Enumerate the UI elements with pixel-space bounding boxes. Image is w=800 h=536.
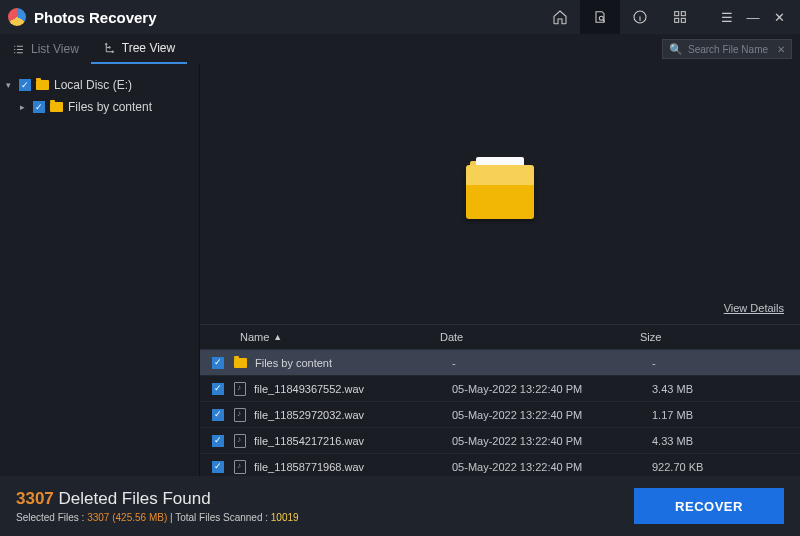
audio-file-icon	[234, 460, 246, 474]
clear-search-icon[interactable]: ✕	[777, 44, 785, 55]
cell-date: 05-May-2022 13:22:40 PM	[452, 461, 652, 473]
cell-name: file_11852972032.wav	[254, 409, 364, 421]
hamburger-menu-icon[interactable]: ☰	[714, 0, 740, 34]
view-tabs: List View Tree View 🔍 Search File Name ✕	[0, 34, 800, 64]
collapse-icon[interactable]: ▾	[6, 80, 14, 90]
info-icon[interactable]	[620, 0, 660, 34]
table-row[interactable]: ✓ file_11852972032.wav 05-May-2022 13:22…	[200, 402, 800, 428]
search-placeholder: Search File Name	[688, 44, 768, 55]
audio-file-icon	[234, 408, 246, 422]
tree-label: Files by content	[68, 100, 152, 114]
cell-date: -	[452, 357, 652, 369]
column-date[interactable]: Date	[440, 331, 640, 343]
cell-size: -	[652, 357, 788, 369]
preview-area: View Details	[200, 64, 800, 324]
cell-size: 4.33 MB	[652, 435, 788, 447]
sort-asc-icon: ▲	[273, 332, 282, 342]
close-icon[interactable]: ✕	[766, 0, 792, 34]
tab-tree-view[interactable]: Tree View	[91, 34, 187, 64]
cell-date: 05-May-2022 13:22:40 PM	[452, 383, 652, 395]
main-panel: View Details Name ▲ Date Size ✓ Files by…	[200, 64, 800, 506]
scan-preview-icon[interactable]	[580, 0, 620, 34]
sidebar-tree: ▾ ✓ Local Disc (E:) ▸ ✓ Files by content	[0, 64, 200, 506]
checkbox[interactable]: ✓	[19, 79, 31, 91]
svg-rect-3	[681, 12, 685, 16]
cell-date: 05-May-2022 13:22:40 PM	[452, 409, 652, 421]
home-icon[interactable]	[540, 0, 580, 34]
cell-name: Files by content	[255, 357, 332, 369]
tab-label: List View	[31, 42, 79, 56]
cell-name: file_11854217216.wav	[254, 435, 364, 447]
tab-list-view[interactable]: List View	[0, 34, 91, 64]
expand-icon[interactable]: ▸	[20, 102, 28, 112]
tree-node-child[interactable]: ▸ ✓ Files by content	[6, 96, 193, 118]
checkbox[interactable]: ✓	[212, 357, 224, 369]
checkbox[interactable]: ✓	[212, 435, 224, 447]
minimize-icon[interactable]: —	[740, 0, 766, 34]
tree-label: Local Disc (E:)	[54, 78, 132, 92]
checkbox[interactable]: ✓	[33, 101, 45, 113]
folder-icon	[36, 80, 49, 90]
table-row[interactable]: ✓ file_11854217216.wav 05-May-2022 13:22…	[200, 428, 800, 454]
footer-meta: Selected Files : 3307 (425.56 MB) | Tota…	[16, 512, 299, 523]
svg-rect-5	[681, 18, 685, 22]
folder-icon	[234, 358, 247, 368]
tree-node-root[interactable]: ▾ ✓ Local Disc (E:)	[6, 74, 193, 96]
table-row[interactable]: ✓ file_11849367552.wav 05-May-2022 13:22…	[200, 376, 800, 402]
tab-label: Tree View	[122, 41, 175, 55]
table-header: Name ▲ Date Size	[200, 324, 800, 350]
column-size[interactable]: Size	[640, 331, 788, 343]
footer: 3307 Deleted Files Found Selected Files …	[0, 476, 800, 536]
table-row-folder[interactable]: ✓ Files by content - -	[200, 350, 800, 376]
cell-date: 05-May-2022 13:22:40 PM	[452, 435, 652, 447]
tree-icon	[103, 42, 116, 55]
svg-point-0	[599, 16, 603, 20]
app-title: Photos Recovery	[34, 9, 157, 26]
folder-icon	[50, 102, 63, 112]
cell-name: file_11849367552.wav	[254, 383, 364, 395]
deleted-count-line: 3307 Deleted Files Found	[16, 489, 299, 509]
search-input[interactable]: 🔍 Search File Name ✕	[662, 39, 792, 59]
svg-rect-4	[675, 18, 679, 22]
audio-file-icon	[234, 434, 246, 448]
recover-button[interactable]: RECOVER	[634, 488, 784, 524]
big-folder-icon	[466, 169, 534, 219]
titlebar: Photos Recovery ☰ — ✕	[0, 0, 800, 34]
app-logo	[8, 8, 26, 26]
checkbox[interactable]: ✓	[212, 409, 224, 421]
checkbox[interactable]: ✓	[212, 383, 224, 395]
audio-file-icon	[234, 382, 246, 396]
view-details-link[interactable]: View Details	[724, 302, 784, 314]
svg-rect-2	[675, 12, 679, 16]
column-name[interactable]: Name ▲	[240, 331, 440, 343]
search-icon: 🔍	[669, 43, 683, 56]
list-icon	[12, 43, 25, 56]
cell-size: 1.17 MB	[652, 409, 788, 421]
apps-grid-icon[interactable]	[660, 0, 700, 34]
cell-size: 922.70 KB	[652, 461, 788, 473]
cell-size: 3.43 MB	[652, 383, 788, 395]
cell-name: file_11858771968.wav	[254, 461, 364, 473]
checkbox[interactable]: ✓	[212, 461, 224, 473]
